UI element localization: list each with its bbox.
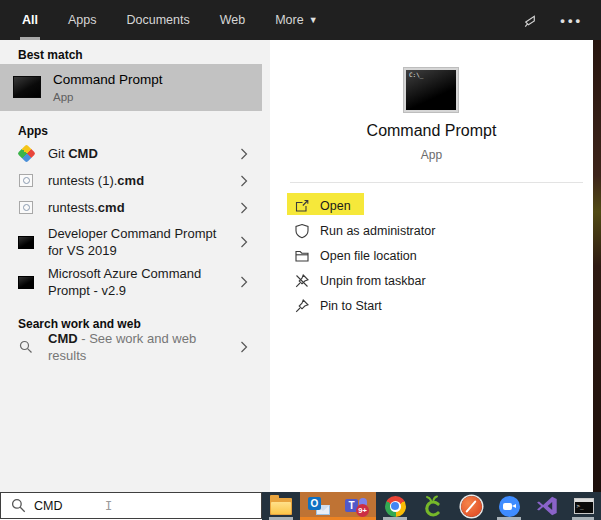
search-icon (18, 339, 34, 355)
chevron-right-icon (240, 202, 248, 214)
batch-file-icon (18, 173, 34, 189)
app-result-developer-cmd[interactable]: Developer Command Prompt for VS 2019 (0, 222, 262, 262)
app-result-azure-cmd[interactable]: Microsoft Azure Command Prompt - v2.9 (0, 262, 262, 302)
command-prompt-icon (18, 274, 34, 290)
tab-all[interactable]: All (18, 0, 42, 40)
teams-notification-badge: 9+ (356, 504, 369, 517)
result-detail-panel: C:\_ Command Prompt App Open Run as admi… (270, 40, 593, 492)
taskbar-green-app[interactable] (414, 492, 452, 520)
app-result-runtests-1[interactable]: runtests (1).cmd (0, 167, 262, 194)
teams-icon: T 9+ (345, 497, 369, 516)
tab-web-label: Web (220, 13, 245, 27)
command-prompt-icon: >_ (574, 498, 594, 514)
search-header: All Apps Documents Web More ▼ ••• (0, 0, 601, 40)
desktop-wallpaper-strip (593, 40, 601, 492)
tab-more[interactable]: More ▼ (271, 0, 321, 40)
app-result-runtests[interactable]: runtests.cmd (0, 194, 262, 221)
tab-documents[interactable]: Documents (122, 0, 193, 40)
action-label: Pin to Start (320, 299, 382, 313)
action-label: Open file location (320, 249, 417, 263)
feedback-icon[interactable] (521, 12, 538, 29)
taskbar-chrome[interactable] (376, 492, 414, 520)
visual-studio-icon (536, 495, 558, 517)
app-result-label: runtests (1).cmd (48, 172, 230, 189)
chevron-right-icon (240, 236, 248, 248)
search-results-panel: Best match Command Prompt App Apps Git C… (0, 40, 270, 492)
apps-section-header: Apps (18, 124, 48, 138)
best-match-header: Best match (18, 48, 83, 62)
green-app-icon (422, 494, 444, 518)
command-prompt-large-icon: C:\_ (404, 68, 458, 112)
web-search-label: CMD - See work and web results (48, 330, 230, 364)
action-run-as-administrator[interactable]: Run as administrator (270, 218, 593, 243)
taskbar-teams[interactable]: T 9+ (338, 492, 376, 520)
tab-all-label: All (22, 13, 38, 27)
chevron-right-icon (240, 148, 248, 160)
folder-icon (294, 248, 310, 264)
file-explorer-icon (270, 498, 292, 515)
tab-web[interactable]: Web (216, 0, 249, 40)
best-match-result[interactable]: Command Prompt App (0, 64, 262, 111)
tab-documents-label: Documents (126, 13, 189, 27)
text-cursor: I (105, 499, 112, 513)
action-pin-to-start[interactable]: Pin to Start (270, 293, 593, 318)
best-match-subtitle: App (53, 91, 73, 103)
app-result-git-cmd[interactable]: Git CMD (0, 140, 262, 167)
chrome-icon (385, 496, 406, 517)
pin-icon (294, 298, 310, 314)
tab-more-label: More (275, 13, 303, 27)
chevron-down-icon: ▼ (309, 15, 318, 25)
taskbar: O T 9+ (262, 492, 601, 520)
unpin-icon (294, 273, 310, 289)
shield-icon (294, 223, 310, 239)
taskbar-search-box[interactable]: I (0, 492, 262, 519)
chevron-right-icon (240, 175, 248, 187)
detail-app-subtitle: App (270, 148, 593, 162)
command-prompt-icon (13, 76, 41, 98)
git-icon (18, 146, 34, 162)
action-open-file-location[interactable]: Open file location (270, 243, 593, 268)
taskbar-file-explorer[interactable] (262, 492, 300, 520)
app-result-label: Git CMD (48, 145, 230, 162)
chevron-right-icon (240, 341, 248, 353)
tab-apps-label: Apps (68, 13, 97, 27)
app-result-label: Microsoft Azure Command Prompt - v2.9 (48, 265, 230, 299)
options-ellipsis-icon[interactable]: ••• (560, 13, 583, 28)
zoom-icon (499, 496, 520, 517)
taskbar-zoom[interactable] (490, 492, 528, 520)
batch-file-icon (18, 200, 34, 216)
taskbar-orange-app[interactable] (452, 492, 490, 520)
best-match-title: Command Prompt (53, 72, 163, 87)
taskbar-command-prompt[interactable]: >_ (566, 492, 601, 520)
command-prompt-icon (18, 234, 34, 250)
chevron-right-icon (240, 276, 248, 288)
taskbar-visual-studio[interactable] (528, 492, 566, 520)
taskbar-outlook[interactable]: O (300, 492, 338, 520)
open-icon (294, 198, 310, 214)
outlook-icon: O (308, 497, 330, 515)
search-icon (11, 498, 26, 513)
action-label: Open (320, 199, 351, 213)
action-label: Run as administrator (320, 224, 435, 238)
action-unpin-from-taskbar[interactable]: Unpin from taskbar (270, 268, 593, 293)
app-result-label: runtests.cmd (48, 199, 230, 216)
orange-app-icon (461, 496, 482, 517)
windows-search-panel: All Apps Documents Web More ▼ ••• Best m… (0, 0, 601, 520)
app-result-label: Developer Command Prompt for VS 2019 (48, 225, 230, 259)
detail-app-title: Command Prompt (270, 122, 593, 140)
divider (290, 182, 583, 183)
action-label: Unpin from taskbar (320, 274, 426, 288)
tab-apps[interactable]: Apps (64, 0, 101, 40)
web-search-result[interactable]: CMD - See work and web results (0, 333, 262, 360)
